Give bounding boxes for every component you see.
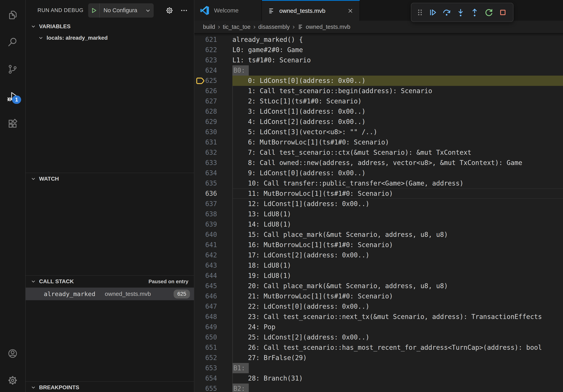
line-content[interactable]: 28: Branch(31) bbox=[232, 373, 563, 383]
line-content[interactable]: L1: ts#1#0: Scenario bbox=[232, 55, 563, 65]
code-line[interactable]: 63914: LdU8(1) bbox=[194, 219, 563, 230]
code-line[interactable]: 63611: MutBorrowLoc[1](ts#1#0: Scenario) bbox=[194, 188, 563, 199]
line-content[interactable]: 19: LdU8(1) bbox=[232, 271, 563, 281]
line-content[interactable]: 10: Call transfer::public_transfer<Game>… bbox=[232, 178, 563, 188]
code-line[interactable]: 6283: LdConst[1](address: 0x00..) bbox=[194, 106, 563, 117]
gutter[interactable]: 641 bbox=[194, 240, 232, 250]
line-content[interactable]: 8: Call owned::new(address, address, vec… bbox=[232, 158, 563, 168]
line-content[interactable]: B1: bbox=[232, 363, 563, 373]
gutter[interactable]: 635 bbox=[194, 178, 232, 188]
source-control-icon[interactable] bbox=[7, 64, 18, 75]
code-line[interactable]: 6316: MutBorrowLoc[1](ts#1#0: Scenario) bbox=[194, 137, 563, 147]
gutter[interactable]: 630 bbox=[194, 127, 232, 137]
code-line[interactable]: 624B0: bbox=[194, 65, 563, 76]
line-content[interactable]: 18: LdU8(1) bbox=[232, 260, 563, 271]
code-line[interactable]: 65025: LdConst[2](address: 0x00..) bbox=[194, 332, 563, 342]
line-content[interactable]: 5: LdConst[3](vector<u8>: "" /..) bbox=[232, 127, 563, 137]
breadcrumb-item[interactable]: tic_tac_toe bbox=[223, 24, 251, 30]
gutter[interactable]: 638 bbox=[194, 209, 232, 219]
line-content[interactable]: 14: LdU8(1) bbox=[232, 219, 563, 230]
line-content[interactable]: 4: LdConst[2](address: 0x00..) bbox=[232, 117, 563, 127]
code-line[interactable]: 6272: StLoc[1](ts#1#0: Scenario) bbox=[194, 96, 563, 106]
debug-config-dropdown[interactable]: No Configura bbox=[88, 3, 154, 18]
gutter[interactable]: 649 bbox=[194, 322, 232, 332]
gutter[interactable]: 627 bbox=[194, 96, 232, 106]
step-over-button[interactable] bbox=[441, 7, 452, 18]
line-content[interactable]: 12: LdConst[1](address: 0x00..) bbox=[232, 199, 563, 209]
gutter[interactable]: 621 bbox=[194, 35, 232, 45]
line-content[interactable]: 15: Call place_mark(&mut Scenario, addre… bbox=[232, 230, 563, 240]
breadcrumb-item[interactable]: owned_tests.mvb bbox=[297, 24, 350, 30]
gutter[interactable]: 629 bbox=[194, 117, 232, 127]
gutter[interactable]: 654 bbox=[194, 373, 232, 383]
line-content[interactable]: 13: LdU8(1) bbox=[232, 209, 563, 219]
extensions-icon[interactable] bbox=[7, 118, 18, 130]
step-out-button[interactable] bbox=[469, 7, 480, 18]
code-line[interactable]: 6261: Call test_scenario::begin(address)… bbox=[194, 86, 563, 96]
line-content[interactable]: 11: MutBorrowLoc[1](ts#1#0: Scenario) bbox=[232, 188, 563, 199]
gutter[interactable]: 644 bbox=[194, 271, 232, 281]
code-line[interactable]: 653B1: bbox=[194, 363, 563, 373]
code-line[interactable]: 64217: LdConst[2](address: 0x00..) bbox=[194, 250, 563, 260]
gutter[interactable]: 636 bbox=[194, 188, 232, 199]
gutter[interactable]: 642 bbox=[194, 250, 232, 260]
gutter[interactable]: 634 bbox=[194, 168, 232, 178]
line-content[interactable]: 1: Call test_scenario::begin(address): S… bbox=[232, 86, 563, 96]
code-line[interactable]: 64318: LdU8(1) bbox=[194, 260, 563, 271]
gutter[interactable]: 648 bbox=[194, 312, 232, 322]
gutter[interactable]: 625 bbox=[194, 76, 232, 86]
line-content[interactable]: 26: Call test_scenario::has_most_recent_… bbox=[232, 342, 563, 353]
code-line[interactable]: 63813: LdU8(1) bbox=[194, 209, 563, 219]
gutter[interactable]: 652 bbox=[194, 353, 232, 363]
gutter[interactable]: 633 bbox=[194, 158, 232, 168]
breadcrumb-item[interactable]: disassembly bbox=[258, 24, 290, 30]
account-icon[interactable] bbox=[7, 348, 18, 359]
code-line[interactable]: 64621: MutBorrowLoc[1](ts#1#0: Scenario) bbox=[194, 291, 563, 301]
explorer-icon[interactable] bbox=[7, 9, 18, 21]
debug-settings-gear-icon[interactable] bbox=[165, 6, 174, 15]
code-line[interactable]: 64520: Call place_mark(&mut Scenario, ad… bbox=[194, 281, 563, 291]
line-content[interactable]: 27: BrFalse(29) bbox=[232, 353, 563, 363]
line-content[interactable]: 16: MutBorrowLoc[1](ts#1#0: Scenario) bbox=[232, 240, 563, 250]
restart-button[interactable] bbox=[483, 7, 494, 18]
line-content[interactable]: already_marked() { bbox=[232, 35, 563, 45]
code-line[interactable]: 64116: MutBorrowLoc[1](ts#1#0: Scenario) bbox=[194, 240, 563, 250]
gutter[interactable]: 637 bbox=[194, 199, 232, 209]
gutter[interactable]: 651 bbox=[194, 342, 232, 353]
search-icon[interactable] bbox=[7, 36, 18, 48]
code-line[interactable]: 64924: Pop bbox=[194, 322, 563, 332]
continue-button[interactable] bbox=[427, 7, 438, 18]
gutter[interactable]: 643 bbox=[194, 260, 232, 271]
line-content[interactable]: 24: Pop bbox=[232, 322, 563, 332]
code-line[interactable]: 64015: Call place_mark(&mut Scenario, ad… bbox=[194, 230, 563, 240]
gutter[interactable]: 655 bbox=[194, 383, 232, 392]
gutter[interactable]: 626 bbox=[194, 86, 232, 96]
line-content[interactable]: 17: LdConst[2](address: 0x00..) bbox=[232, 250, 563, 260]
code-line[interactable]: 63510: Call transfer::public_transfer<Ga… bbox=[194, 178, 563, 188]
line-content[interactable]: 23: Call test_scenario::next_tx(&mut Sce… bbox=[232, 312, 563, 322]
line-content[interactable]: 21: MutBorrowLoc[1](ts#1#0: Scenario) bbox=[232, 291, 563, 301]
code-line[interactable]: 655B2: bbox=[194, 383, 563, 392]
line-content[interactable]: 9: LdConst[0](address: 0x00..) bbox=[232, 168, 563, 178]
line-content[interactable]: 0: LdConst[0](address: 0x00..) bbox=[232, 76, 563, 86]
variables-section-header[interactable]: VARIABLES bbox=[26, 21, 194, 32]
tab-welcome[interactable]: Welcome bbox=[194, 0, 262, 21]
line-content[interactable]: 22: LdConst[0](address: 0x00..) bbox=[232, 301, 563, 312]
gutter[interactable]: 650 bbox=[194, 332, 232, 342]
line-content[interactable]: L0: game#2#0: Game bbox=[232, 45, 563, 55]
variables-scope-locals[interactable]: locals: already_marked bbox=[26, 32, 194, 44]
gutter[interactable]: 631 bbox=[194, 137, 232, 147]
gutter[interactable]: 653 bbox=[194, 363, 232, 373]
gutter[interactable]: 647 bbox=[194, 301, 232, 312]
watch-section-header[interactable]: WATCH bbox=[26, 173, 194, 184]
toolbar-drag-handle[interactable] bbox=[416, 7, 424, 18]
line-content[interactable]: B2: bbox=[232, 383, 563, 392]
close-tab-icon[interactable] bbox=[347, 8, 354, 14]
settings-gear-icon[interactable] bbox=[7, 375, 18, 386]
breakpoints-section-header[interactable]: BREAKPOINTS bbox=[26, 382, 194, 392]
gutter[interactable]: 640 bbox=[194, 230, 232, 240]
line-content[interactable]: 25: LdConst[2](address: 0x00..) bbox=[232, 332, 563, 342]
code-line[interactable]: 64419: LdU8(1) bbox=[194, 271, 563, 281]
code-line[interactable]: 63712: LdConst[1](address: 0x00..) bbox=[194, 199, 563, 209]
gutter[interactable]: 646 bbox=[194, 291, 232, 301]
